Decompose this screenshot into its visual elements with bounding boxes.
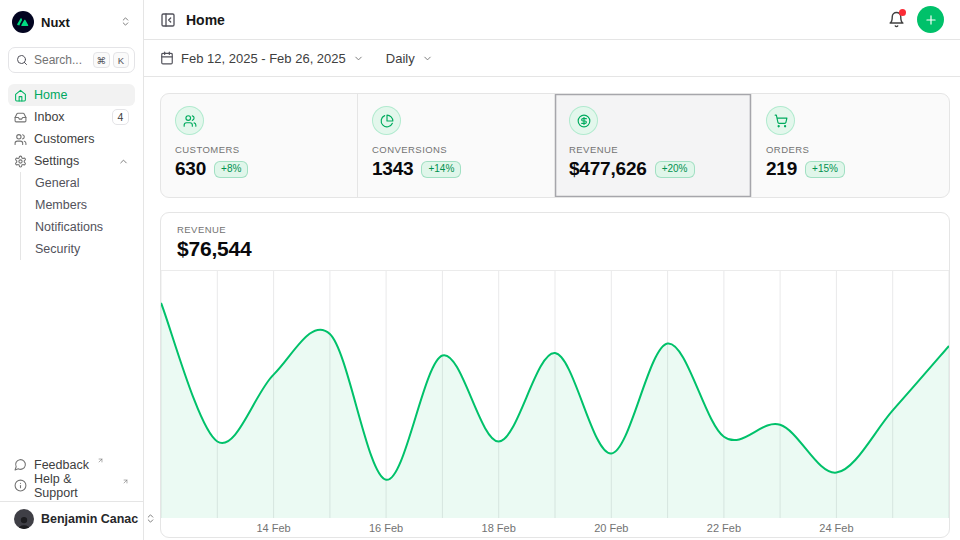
stat-card-revenue[interactable]: REVENUE $477,626 +20% — [555, 94, 752, 197]
chevron-up-icon — [118, 156, 129, 167]
external-link-icon — [122, 478, 129, 485]
calendar-icon — [160, 51, 174, 65]
collapse-sidebar-button[interactable] — [160, 12, 176, 28]
users-icon — [14, 133, 27, 146]
link-label: Help & Support — [34, 472, 114, 500]
date-range-picker[interactable]: Feb 12, 2025 - Feb 26, 2025 — [160, 51, 364, 66]
stat-delta-badge: +15% — [805, 161, 845, 178]
stat-card-conversions[interactable]: CONVERSIONS 1343 +14% — [358, 94, 555, 197]
sidebar-item-notifications[interactable]: Notifications — [31, 216, 135, 238]
sidebar-item-settings[interactable]: Settings — [8, 150, 135, 172]
sidebar-footer: Feedback Help & Support Benjamin Canac — [8, 454, 135, 540]
x-tick-label: 14 Feb — [256, 522, 290, 534]
kbd-cmd: ⌘ — [93, 52, 111, 68]
chevron-down-icon — [353, 53, 364, 64]
content: CUSTOMERS 630 +8% CONVERSIONS 1343 +14% — [144, 77, 960, 540]
chevron-down-icon — [422, 53, 433, 64]
stat-value: 219 — [766, 158, 797, 180]
x-tick-label: 16 Feb — [369, 522, 403, 534]
external-link-icon — [97, 457, 104, 464]
stat-card-orders[interactable]: ORDERS 219 +15% — [752, 94, 949, 197]
dollar-sign-icon — [569, 106, 598, 135]
sub-item-label: Members — [35, 198, 87, 212]
kbd-k: K — [113, 52, 129, 68]
add-button[interactable] — [917, 6, 944, 33]
sidebar-nav: Home Inbox 4 Customers Settings — [8, 84, 135, 260]
search-icon — [16, 54, 28, 66]
date-range-value: Feb 12, 2025 - Feb 26, 2025 — [181, 51, 346, 66]
stat-delta-badge: +14% — [421, 161, 461, 178]
help-support-link[interactable]: Help & Support — [8, 475, 135, 496]
revenue-area-chart: 14 Feb16 Feb18 Feb20 Feb22 Feb24 Feb — [161, 271, 949, 538]
sidebar-item-home[interactable]: Home — [8, 84, 135, 106]
notification-dot — [899, 9, 906, 16]
x-tick-label: 22 Feb — [707, 522, 741, 534]
sidebar-item-label: Home — [34, 88, 67, 102]
sidebar-item-label: Inbox — [34, 110, 65, 124]
chart-metric-value: $76,544 — [177, 237, 933, 261]
stat-value: 630 — [175, 158, 206, 180]
inbox-count-badge: 4 — [112, 109, 129, 125]
chart-metric-label: REVENUE — [177, 224, 933, 235]
stat-label: CUSTOMERS — [175, 144, 343, 155]
x-tick-label: 18 Feb — [482, 522, 516, 534]
interval-value: Daily — [386, 51, 415, 66]
sidebar: Nuxt ⌘ K Home — [0, 0, 144, 540]
workspace-switcher[interactable]: Nuxt — [8, 10, 135, 34]
sub-item-label: Security — [35, 242, 80, 256]
notifications-button[interactable] — [888, 11, 905, 28]
info-circle-icon — [14, 479, 27, 492]
header-actions — [888, 6, 944, 33]
stat-value: 1343 — [372, 158, 413, 180]
sub-item-label: Notifications — [35, 220, 103, 234]
sidebar-item-members[interactable]: Members — [31, 194, 135, 216]
revenue-chart-card: REVENUE $76,544 14 Feb16 Feb18 Feb20 Feb… — [160, 212, 950, 538]
main-area: Home Feb 12, 2025 - Feb 26, 2025 — [144, 0, 960, 540]
filters-toolbar: Feb 12, 2025 - Feb 26, 2025 Daily — [144, 40, 960, 77]
search-shortcut: ⌘ K — [93, 52, 130, 68]
x-tick-label: 24 Feb — [819, 522, 853, 534]
avatar — [14, 509, 34, 529]
stat-delta-badge: +8% — [214, 161, 248, 178]
stat-label: CONVERSIONS — [372, 144, 540, 155]
dashboard-app: Nuxt ⌘ K Home — [0, 0, 960, 540]
chevrons-up-down-icon — [120, 15, 131, 30]
stat-value: $477,626 — [569, 158, 647, 180]
nuxt-logo-icon — [12, 11, 34, 33]
chart-body[interactable]: 14 Feb16 Feb18 Feb20 Feb22 Feb24 Feb — [161, 271, 949, 537]
page-title: Home — [186, 12, 225, 28]
message-bubble-icon — [14, 458, 27, 471]
workspace-name: Nuxt — [41, 15, 113, 30]
users-icon — [175, 106, 204, 135]
user-menu[interactable]: Benjamin Canac — [0, 501, 143, 536]
sidebar-item-customers[interactable]: Customers — [8, 128, 135, 150]
page-header: Home — [144, 0, 960, 40]
stat-label: ORDERS — [766, 144, 935, 155]
stat-label: REVENUE — [569, 144, 737, 155]
chart-header: REVENUE $76,544 — [161, 213, 949, 271]
sidebar-item-inbox[interactable]: Inbox 4 — [8, 106, 135, 128]
search-input[interactable] — [34, 53, 86, 67]
pie-chart-icon — [372, 106, 401, 135]
search-box[interactable]: ⌘ K — [8, 47, 135, 73]
interval-select[interactable]: Daily — [386, 51, 433, 66]
inbox-icon — [14, 111, 27, 124]
sidebar-item-general[interactable]: General — [31, 172, 135, 194]
stat-card-customers[interactable]: CUSTOMERS 630 +8% — [161, 94, 358, 197]
home-icon — [14, 89, 27, 102]
sidebar-item-label: Settings — [34, 154, 79, 168]
x-tick-label: 20 Feb — [594, 522, 628, 534]
sub-item-label: General — [35, 176, 79, 190]
settings-sub-nav: General Members Notifications Security — [20, 172, 135, 260]
cart-icon — [766, 106, 795, 135]
gear-icon — [14, 155, 27, 168]
link-label: Feedback — [34, 458, 89, 472]
stats-row: CUSTOMERS 630 +8% CONVERSIONS 1343 +14% — [160, 93, 950, 198]
stat-delta-badge: +20% — [655, 161, 695, 178]
sidebar-item-security[interactable]: Security — [31, 238, 135, 260]
user-name: Benjamin Canac — [41, 512, 138, 526]
sidebar-item-label: Customers — [34, 132, 94, 146]
